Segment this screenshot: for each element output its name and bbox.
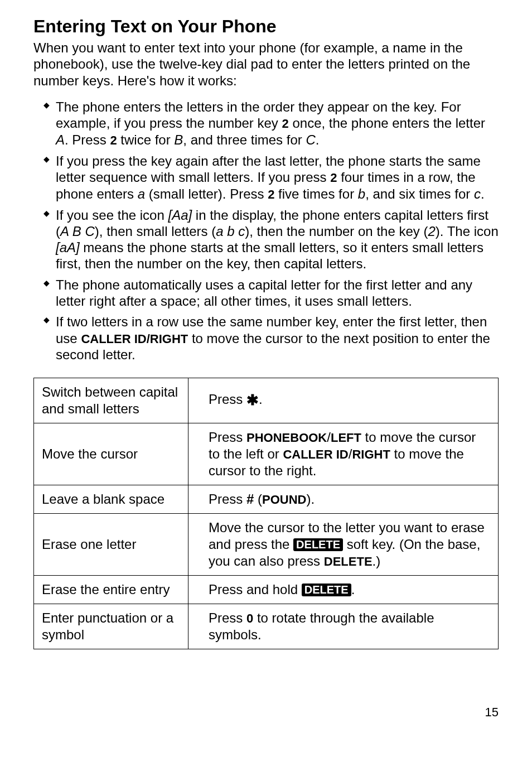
text: ), then the number on the key (	[245, 224, 428, 239]
action-name: Erase the entire entry	[34, 575, 188, 604]
text: .	[316, 132, 320, 147]
key-label: 2	[268, 187, 274, 201]
list-item: If two letters in a row use the same num…	[43, 314, 499, 363]
table-row: Enter punctuation or a symbol Press 0 to…	[34, 604, 499, 649]
key-label: POUND	[262, 493, 306, 507]
key-label: 2	[330, 171, 337, 185]
text: ).	[307, 491, 315, 507]
letter: A	[56, 132, 65, 147]
action-instruction: Press 0 to rotate through the available …	[188, 604, 499, 649]
number: 2	[428, 224, 435, 239]
letters: a b c	[216, 224, 245, 239]
action-instruction: Press # (POUND).	[188, 485, 499, 513]
key-label: CALLER ID/RIGHT	[81, 332, 188, 346]
key-label: PHONEBOOK	[246, 431, 327, 445]
table-row: Switch between capital and small letters…	[34, 378, 499, 423]
text: Press	[209, 491, 246, 507]
action-instruction: Move the cursor to the letter you want t…	[188, 513, 499, 575]
softkey-delete: DELETE	[302, 584, 351, 596]
page-title: Entering Text on Your Phone	[33, 16, 499, 37]
letter: a	[138, 186, 145, 201]
action-instruction: Press and hold DELETE.	[188, 575, 499, 604]
letter: b	[358, 186, 365, 201]
text: Press	[209, 430, 246, 445]
list-item: The phone automatically uses a capital l…	[43, 277, 499, 310]
text: .)	[373, 553, 381, 568]
key-label: RIGHT	[352, 447, 390, 461]
text: (small letter). Press	[145, 186, 268, 201]
action-name: Switch between capital and small letters	[34, 378, 188, 423]
key-label: 2	[110, 133, 117, 147]
text: Press	[209, 610, 246, 625]
key-label: DELETE	[324, 555, 373, 568]
key-label: #	[246, 491, 254, 507]
action-instruction: Press ✱.	[188, 378, 499, 423]
list-item: If you press the key again after the las…	[43, 153, 499, 202]
key-label: LEFT	[331, 431, 361, 445]
text: Press	[209, 392, 246, 407]
display-icon: [Aa]	[168, 208, 192, 223]
action-name: Erase one letter	[34, 513, 188, 575]
instruction-list: The phone enters the letters in the orde…	[33, 99, 499, 363]
text: .	[481, 186, 485, 201]
letters: A B C	[60, 224, 95, 239]
text: Press and hold	[209, 582, 302, 597]
softkey-delete: DELETE	[293, 538, 343, 551]
list-item: If you see the icon [Aa] in the display,…	[43, 207, 499, 272]
letter: C	[306, 132, 315, 147]
display-icon: [aA]	[56, 240, 80, 255]
actions-table: Switch between capital and small letters…	[33, 378, 499, 649]
table-row: Move the cursor Press PHONEBOOK/LEFT to …	[34, 423, 499, 485]
letter: B	[174, 132, 183, 147]
list-item: The phone enters the letters in the orde…	[43, 99, 499, 148]
letter: c	[474, 186, 481, 201]
key-label: 0	[246, 611, 253, 625]
text: .	[351, 582, 355, 597]
text: means the phone starts at the small lett…	[56, 240, 483, 271]
action-name: Move the cursor	[34, 423, 188, 485]
key-label: 2	[282, 117, 289, 131]
text: once, the phone enters the letter	[289, 115, 485, 131]
action-name: Enter punctuation or a symbol	[34, 604, 188, 649]
text: twice for	[117, 132, 175, 147]
text: (	[254, 491, 262, 507]
table-row: Leave a blank space Press # (POUND).	[34, 485, 499, 513]
text: /	[327, 430, 331, 445]
table-row: Erase the entire entry Press and hold DE…	[34, 575, 499, 604]
page-number: 15	[33, 672, 499, 731]
text: ). The icon	[436, 224, 499, 239]
text: . Press	[65, 132, 110, 147]
text: , and six times for	[365, 186, 474, 201]
action-instruction: Press PHONEBOOK/LEFT to move the cursor …	[188, 423, 499, 485]
action-name: Leave a blank space	[34, 485, 188, 513]
text: ), then small letters (	[95, 224, 216, 239]
text: , and three times for	[183, 132, 306, 147]
key-label: CALLER ID	[283, 447, 348, 461]
text: five times for	[274, 186, 357, 201]
text: The phone automatically uses a capital l…	[56, 277, 472, 308]
star-icon: ✱	[246, 392, 259, 408]
intro-paragraph: When you want to enter text into your ph…	[33, 40, 496, 89]
text: .	[259, 392, 263, 407]
table-row: Erase one letter Move the cursor to the …	[34, 513, 499, 575]
text: If you see the icon	[56, 208, 168, 223]
